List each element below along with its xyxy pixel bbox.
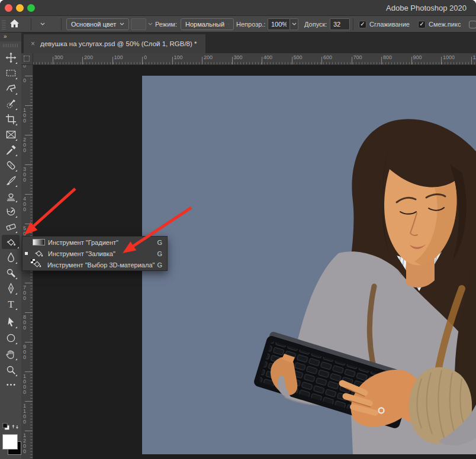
opacity-label: Непрозр.: bbox=[236, 16, 265, 33]
hand-tool[interactable] bbox=[4, 347, 18, 361]
brush-tool[interactable] bbox=[4, 173, 18, 188]
ruler-label: 7 0 0 bbox=[23, 285, 30, 301]
document-tab-bar: × девушка на услугах.psd @ 50% (Слой 1, … bbox=[21, 33, 476, 53]
menu-item-label: Инструмент "Градиент" bbox=[48, 239, 155, 246]
swap-colors-icon[interactable] bbox=[10, 422, 21, 431]
zoom-window-button[interactable] bbox=[27, 4, 35, 12]
blend-mode-dropdown[interactable]: Нормальный bbox=[181, 16, 234, 33]
bucket-icon bbox=[31, 248, 46, 259]
toolbar-grip bbox=[3, 44, 18, 47]
lasso-tool[interactable] bbox=[4, 81, 18, 95]
title-bar: Adobe Photoshop 2020 bbox=[0, 0, 476, 16]
tool-options-bar: Основной цвет Режим: Нормальный Непрозр.… bbox=[0, 16, 476, 33]
edit-toolbar-button[interactable] bbox=[4, 377, 18, 392]
checkbox-unchecked-icon: ✓ bbox=[469, 21, 476, 28]
separator bbox=[31, 18, 31, 30]
checkbox-label: Смеж.пикс bbox=[429, 21, 461, 28]
rectangular-marquee-tool[interactable] bbox=[4, 66, 18, 80]
ruler-label: 4 0 0 bbox=[23, 196, 30, 212]
ruler-origin-corner[interactable] bbox=[21, 53, 33, 65]
ellipse-tool[interactable] bbox=[4, 331, 18, 345]
gradient-icon bbox=[31, 237, 46, 248]
minimize-window-button[interactable] bbox=[16, 4, 24, 12]
ruler-label: 300 bbox=[234, 54, 243, 60]
collapse-toolbar-button[interactable]: » bbox=[0, 33, 21, 41]
photo-woman-with-tablet bbox=[142, 76, 476, 454]
options-bar-grip bbox=[2, 16, 6, 33]
fill-source-dropdown[interactable]: Основной цвет bbox=[66, 16, 129, 33]
crop-tool[interactable] bbox=[4, 112, 18, 126]
ruler-label: 200 bbox=[84, 54, 93, 60]
checkbox-checked-icon: ✓ bbox=[418, 21, 426, 28]
menu-item-label: Инструмент "Выбор 3D-материала" bbox=[47, 261, 155, 269]
quick-selection-tool[interactable] bbox=[4, 96, 18, 111]
ruler-label: 0 bbox=[23, 65, 30, 69]
clone-stamp-tool[interactable] bbox=[4, 189, 18, 203]
tool-preset-picker[interactable] bbox=[37, 16, 45, 33]
menu-item-инструмент-градиент-[interactable]: Инструмент "Градиент"G bbox=[22, 237, 167, 248]
ruler-label: 500 bbox=[294, 54, 303, 60]
foreground-color-swatch[interactable] bbox=[2, 434, 18, 450]
horizontal-ruler[interactable]: 3002001000100200300400500600700800900100… bbox=[33, 53, 476, 65]
ruler-label: 1 2 0 0 bbox=[23, 433, 30, 454]
ruler-label: 400 bbox=[263, 54, 272, 60]
svg-text:T: T bbox=[8, 298, 14, 309]
menu-item-fill-tool[interactable]: Инструмент "Заливка"G bbox=[22, 248, 167, 259]
chevron-down-icon bbox=[148, 22, 153, 26]
tolerance-field bbox=[330, 16, 350, 33]
healing-brush-tool[interactable] bbox=[4, 158, 18, 172]
close-tab-icon[interactable]: × bbox=[31, 40, 35, 48]
paint-bucket-flyout-menu: Инструмент "Градиент"GИнструмент "Заливк… bbox=[22, 236, 168, 271]
menu-item-shortcut: G bbox=[157, 239, 162, 246]
ruler-label: 300 bbox=[54, 54, 63, 60]
close-window-button[interactable] bbox=[5, 4, 12, 12]
ruler-label: 100 bbox=[114, 54, 123, 60]
default-colors-icon[interactable] bbox=[1, 422, 11, 431]
opacity-input[interactable] bbox=[268, 18, 290, 30]
eyedropper-tool[interactable] bbox=[4, 143, 18, 157]
checkbox-group: ✓Сглаживание✓Смеж.пикс✓Все сл bbox=[359, 16, 476, 33]
chevron-down-icon bbox=[40, 22, 45, 26]
home-icon bbox=[9, 18, 20, 31]
zoom-tool[interactable] bbox=[4, 363, 18, 377]
checkbox-checked-icon: ✓ bbox=[359, 21, 366, 28]
document-tab-title: девушка на услугах.psd @ 50% (Слой 1, RG… bbox=[40, 40, 197, 47]
dodge-tool[interactable] bbox=[4, 266, 18, 280]
opacity-combo[interactable] bbox=[268, 16, 298, 33]
frame-tool[interactable] bbox=[4, 127, 18, 141]
paint-bucket-tool[interactable] bbox=[2, 235, 20, 249]
document-canvas[interactable] bbox=[142, 76, 476, 454]
ruler-label: 200 bbox=[204, 54, 213, 60]
checkbox-смеж-пикс[interactable]: ✓Смеж.пикс bbox=[418, 21, 461, 28]
selected-tool-indicator bbox=[25, 252, 28, 255]
type-tool[interactable]: T bbox=[4, 296, 18, 311]
document-tab[interactable]: × девушка на услугах.psd @ 50% (Слой 1, … bbox=[24, 34, 205, 53]
checkbox-сглаживание[interactable]: ✓Сглаживание bbox=[359, 21, 410, 28]
ruler-label: 0 bbox=[23, 78, 30, 83]
pen-tool[interactable] bbox=[4, 281, 18, 295]
ruler-label: 1 0 0 bbox=[23, 108, 30, 124]
ruler-label: 9 0 0 bbox=[23, 344, 30, 360]
mode-label: Режим: bbox=[155, 16, 177, 33]
checkbox-label: Сглаживание bbox=[369, 21, 410, 28]
material-icon bbox=[31, 259, 45, 270]
ruler-label: 800 bbox=[383, 54, 392, 60]
menu-item-инструмент-выбор-3d-материала-[interactable]: Инструмент "Выбор 3D-материала"G bbox=[22, 259, 167, 270]
move-tool[interactable] bbox=[4, 50, 18, 64]
chevron-down-icon bbox=[120, 22, 124, 26]
blur-tool[interactable] bbox=[4, 250, 18, 264]
home-button[interactable] bbox=[9, 16, 20, 33]
tolerance-input[interactable] bbox=[330, 18, 350, 30]
path-selection-tool[interactable] bbox=[4, 315, 18, 329]
ruler-label: 900 bbox=[413, 54, 422, 60]
chevron-down-icon bbox=[228, 22, 229, 26]
pattern-picker-dropdown[interactable] bbox=[131, 16, 153, 33]
menu-item-label: Инструмент "Заливка" bbox=[48, 250, 155, 257]
separator bbox=[353, 18, 353, 30]
eraser-tool[interactable] bbox=[4, 219, 18, 234]
checkbox-все-сл[interactable]: ✓Все сл bbox=[469, 21, 476, 28]
window-title: Adobe Photoshop 2020 bbox=[386, 4, 467, 12]
separator bbox=[61, 18, 62, 30]
history-brush-tool[interactable] bbox=[4, 204, 18, 218]
ruler-label: 1 0 0 0 bbox=[23, 374, 30, 395]
